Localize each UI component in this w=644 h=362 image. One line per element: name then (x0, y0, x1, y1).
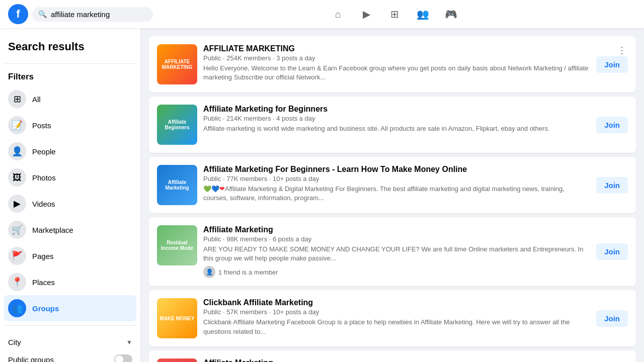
group-info: Affiliate Marketing Public · 111K member… (203, 358, 590, 362)
group-name: Affiliate Marketing for Beginners (203, 105, 590, 114)
videos-icon: ▶ (8, 195, 26, 213)
sidebar-item-all[interactable]: ⊞ All (4, 86, 136, 112)
group-thumbnail: Affiliate Beginners (157, 105, 197, 145)
group-info: Clickbank Affiliate Marketing Public · 5… (203, 298, 590, 336)
join-button[interactable]: Join (596, 243, 628, 260)
sidebar-item-photos[interactable]: 🖼 Photos (4, 164, 136, 191)
sidebar-item-label: All (32, 95, 41, 104)
friend-text: 1 friend is a member (218, 268, 278, 276)
sidebar-item-label: Marketplace (32, 226, 73, 234)
public-groups-toggle[interactable] (114, 354, 132, 362)
sidebar-item-label: Groups (32, 304, 59, 313)
sidebar-item-label: Places (32, 278, 55, 287)
group-meta: Public · 254K members · 3 posts a day (203, 54, 590, 62)
store-icon[interactable]: ⊞ (382, 2, 407, 26)
marketplace-icon: 🛒 (8, 221, 26, 239)
sidebar-item-videos[interactable]: ▶ Videos (4, 191, 136, 217)
facebook-logo: f (8, 4, 28, 24)
sidebar-item-label: Pages (32, 252, 54, 260)
thumb-text: AFFILIATE MARKETING (157, 57, 197, 72)
sidebar-item-pages[interactable]: 🚩 Pages (4, 243, 136, 269)
friend-avatar: 👤 (203, 266, 215, 278)
groups-icon[interactable]: 👥 (411, 2, 435, 26)
group-info: AFFILIATE MARKETING Public · 254K member… (203, 44, 590, 82)
group-card: MAKE MONEY Clickbank Affiliate Marketing… (149, 290, 636, 346)
group-card: Affiliate Beginners Affiliate Marketing … (149, 97, 636, 153)
sidebar-item-marketplace[interactable]: 🛒 Marketplace (4, 217, 136, 243)
group-description: Hello Everyone, Welcome to the Learn & E… (203, 64, 590, 82)
group-thumbnail: Affiliate Marketing (157, 358, 197, 362)
filter-city-label: City (8, 338, 21, 346)
join-button[interactable]: Join (596, 56, 628, 73)
thumb-text: Affiliate Marketing (157, 177, 197, 193)
filter-public-groups-row: Public groups (8, 350, 132, 362)
filter-city-section: City ▼ Public groups My groups (4, 330, 136, 362)
page-title: Search results (4, 36, 136, 59)
group-card: AFFILIATE MARKETING AFFILIATE MARKETING … (149, 36, 636, 93)
search-box[interactable]: 🔍 affiliate marketing (32, 7, 153, 22)
group-name: Clickbank Affiliate Marketing (203, 298, 590, 307)
video-icon[interactable]: ▶ (354, 2, 378, 26)
group-meta: Public · 214K members · 4 posts a day (203, 115, 590, 122)
nav-icons: ⌂ ▶ ⊞ 👥 🎮 (153, 2, 636, 26)
content-area: AFFILIATE MARKETING AFFILIATE MARKETING … (141, 28, 644, 362)
more-options-button[interactable]: ⋮ (614, 42, 630, 58)
group-card: Affiliate Marketing Affiliate Marketing … (149, 350, 636, 362)
main-layout: Search results Filters ⊞ All 📝 Posts 👤 P… (0, 28, 644, 362)
group-name: Affiliate Marketing For Beginners - Lear… (203, 165, 590, 174)
sidebar-item-places[interactable]: 📍 Places (4, 269, 136, 295)
sidebar-item-label: Videos (32, 200, 55, 208)
group-thumbnail: AFFILIATE MARKETING (157, 44, 197, 84)
top-navigation: f 🔍 affiliate marketing ⌂ ▶ ⊞ 👥 🎮 (0, 0, 644, 28)
group-description: Clickbank Affiliate Marketing Facebook G… (203, 318, 590, 336)
thumb-text: Affiliate Beginners (157, 117, 197, 132)
group-info: Affiliate Marketing For Beginners - Lear… (203, 165, 590, 203)
chevron-down-icon: ▼ (126, 339, 132, 346)
search-icon: 🔍 (38, 10, 47, 18)
pages-icon: 🚩 (8, 247, 26, 265)
group-meta: Public · 98K members · 6 posts a day (203, 235, 590, 243)
places-icon: 📍 (8, 273, 26, 291)
join-button[interactable]: Join (596, 310, 628, 327)
divider (4, 325, 136, 326)
filter-city-row[interactable]: City ▼ (8, 334, 132, 350)
sidebar-item-label: People (32, 147, 56, 156)
divider (4, 63, 136, 64)
group-thumbnail: Residual Income Mode (157, 225, 197, 265)
group-name: Affiliate Marketing (203, 358, 590, 362)
thumb-text: MAKE MONEY (158, 314, 197, 323)
group-card: Affiliate Marketing Affiliate Marketing … (149, 157, 636, 213)
group-friend-indicator: 👤 1 friend is a member (203, 266, 590, 278)
all-icon: ⊞ (8, 90, 26, 108)
photos-icon: 🖼 (8, 168, 26, 187)
group-description: 💚💙❤Affiliate Marketing & Digital Marketi… (203, 185, 590, 203)
posts-icon: 📝 (8, 116, 26, 134)
group-info: Affiliate Marketing for Beginners Public… (203, 105, 590, 133)
group-info: Affiliate Marketing Public · 98K members… (203, 225, 590, 278)
group-thumbnail: MAKE MONEY (157, 298, 197, 338)
filter-public-groups-label: Public groups (8, 355, 54, 363)
people-icon: 👤 (8, 142, 26, 160)
search-input[interactable]: affiliate marketing (51, 10, 147, 19)
sidebar-item-groups[interactable]: 👥 Groups (4, 295, 136, 321)
sidebar-item-label: Posts (32, 121, 51, 130)
group-description: Affiliate marketing is world wide market… (203, 124, 590, 133)
sidebar: Search results Filters ⊞ All 📝 Posts 👤 P… (0, 28, 141, 362)
join-button[interactable]: Join (596, 117, 628, 133)
group-card: Residual Income Mode Affiliate Marketing… (149, 217, 636, 286)
group-name: AFFILIATE MARKETING (203, 44, 590, 53)
sidebar-item-people[interactable]: 👤 People (4, 138, 136, 164)
sidebar-item-label: Photos (32, 173, 56, 182)
groups-sidebar-icon: 👥 (8, 299, 26, 317)
join-button[interactable]: Join (596, 177, 628, 194)
home-icon[interactable]: ⌂ (326, 2, 350, 26)
group-thumbnail: Affiliate Marketing (157, 165, 197, 205)
thumb-text: Residual Income Mode (157, 238, 197, 253)
group-name: Affiliate Marketing (203, 225, 590, 234)
gaming-icon[interactable]: 🎮 (439, 2, 463, 26)
filters-label: Filters (4, 68, 136, 86)
group-description: ARE YOU READY TO MAKE SOME MONEY AND CHA… (203, 245, 590, 263)
group-meta: Public · 57K members · 10+ posts a day (203, 308, 590, 316)
sidebar-item-posts[interactable]: 📝 Posts (4, 112, 136, 138)
group-meta: Public · 77K members · 10+ posts a day (203, 175, 590, 183)
